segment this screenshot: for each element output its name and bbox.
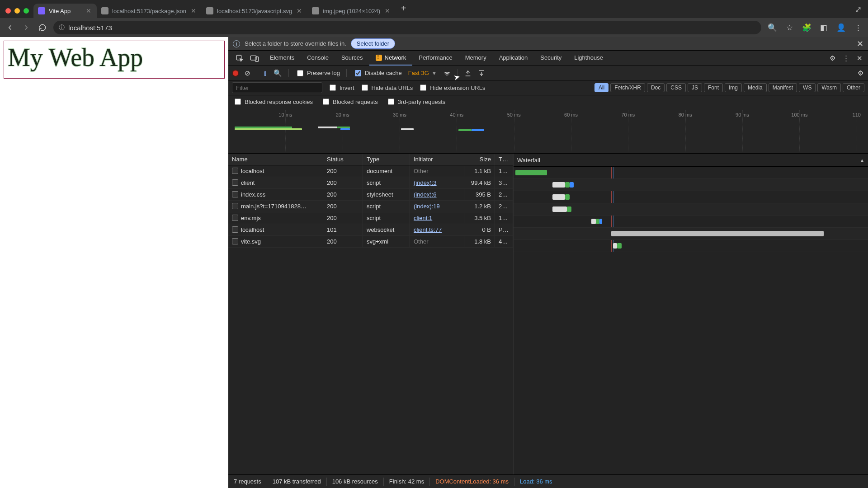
import-har-icon[interactable] <box>464 70 472 77</box>
panel-tab-sources[interactable]: Sources <box>335 51 369 66</box>
network-overview[interactable]: 10 ms20 ms30 ms40 ms50 ms60 ms70 ms80 ms… <box>228 110 868 154</box>
waterfall-row[interactable] <box>514 240 868 252</box>
filter-chip-doc[interactable]: Doc <box>647 83 665 92</box>
panel-tab-console[interactable]: Console <box>301 51 335 66</box>
table-row[interactable]: index.css200stylesheet(index):6395 B2… <box>228 189 513 201</box>
waterfall-row[interactable] <box>514 167 868 179</box>
filter-toggle-icon[interactable]: ⫿ <box>264 69 267 77</box>
hide-data-urls-checkbox[interactable]: Hide data URLs <box>360 83 413 92</box>
filter-chip-css[interactable]: CSS <box>666 83 686 92</box>
blocked-cookies-checkbox[interactable]: Blocked response cookies <box>233 97 313 106</box>
disable-cache-checkbox[interactable]: Disable cache <box>353 69 402 78</box>
table-row[interactable]: client200script(index):399.4 kB3… <box>228 177 513 189</box>
panel-tab-memory[interactable]: Memory <box>459 51 493 66</box>
network-conditions-icon[interactable] <box>443 69 451 77</box>
col-type[interactable]: Type <box>363 154 410 165</box>
devtools-more-icon[interactable]: ⋮ <box>843 54 849 62</box>
new-tab-button[interactable]: + <box>396 0 412 18</box>
clear-button[interactable]: ⊘ <box>245 69 250 77</box>
panel-tab-lighthouse[interactable]: Lighthouse <box>568 51 609 66</box>
invert-checkbox[interactable]: Invert <box>328 83 354 92</box>
waterfall-row[interactable] <box>514 228 868 240</box>
filter-chip-all[interactable]: All <box>594 83 609 92</box>
col-time[interactable]: T… <box>495 154 513 165</box>
table-row[interactable]: env.mjs200scriptclient:13.5 kB1… <box>228 212 513 224</box>
blocked-requests-checkbox[interactable]: Blocked requests <box>321 97 378 106</box>
browser-tab[interactable]: localhost:5173/javascript.svg ✕ <box>202 4 307 18</box>
initiator-link[interactable]: (index):3 <box>414 179 437 186</box>
window-expand-icon[interactable]: ⤢ <box>852 5 864 18</box>
col-name[interactable]: Name <box>228 154 323 165</box>
initiator-link[interactable]: client:1 <box>414 215 432 221</box>
throttling-select[interactable]: Fast 3G ▼ <box>408 70 437 76</box>
filter-chip-font[interactable]: Font <box>704 83 723 92</box>
filter-chip-media[interactable]: Media <box>744 83 767 92</box>
col-status[interactable]: Status <box>323 154 363 165</box>
extensions-icon[interactable]: 🧩 <box>801 22 812 33</box>
devtools-settings-icon[interactable]: ⚙ <box>830 54 835 62</box>
panel-tab-network[interactable]: Network <box>369 51 413 66</box>
tab-title: Vite App <box>49 8 71 14</box>
select-folder-button[interactable]: Select folder <box>351 38 395 49</box>
browser-tab[interactable]: Vite App ✕ <box>33 4 97 18</box>
filter-input[interactable] <box>232 82 322 93</box>
table-row[interactable]: vite.svg200svg+xmlOther1.8 kB4… <box>228 236 513 248</box>
filter-chip-other[interactable]: Other <box>843 83 864 92</box>
panel-tab-security[interactable]: Security <box>534 51 568 66</box>
device-toolbar-icon[interactable] <box>250 55 259 62</box>
panel-tab-application[interactable]: Application <box>493 51 534 66</box>
tab-close-icon[interactable]: ✕ <box>85 7 92 14</box>
devtools-close-icon[interactable]: ✕ <box>857 54 863 62</box>
browser-tab[interactable]: img.jpeg (1024×1024) ✕ <box>307 4 396 18</box>
site-info-icon[interactable]: ⓘ <box>59 23 65 32</box>
col-size[interactable]: Size <box>464 154 495 165</box>
hide-extension-urls-checkbox[interactable]: Hide extension URLs <box>418 83 485 92</box>
filter-chip-ws[interactable]: WS <box>799 83 816 92</box>
tab-close-icon[interactable]: ✕ <box>384 7 391 14</box>
search-icon[interactable]: 🔍 <box>274 69 282 77</box>
profile-icon[interactable]: 👤 <box>835 22 846 33</box>
address-bar[interactable]: ⓘ localhost:5173 <box>53 21 761 34</box>
filter-chip-img[interactable]: Img <box>725 83 742 92</box>
tab-close-icon[interactable]: ✕ <box>296 7 303 14</box>
preserve-log-checkbox[interactable]: Preserve log <box>295 69 340 78</box>
side-panel-icon[interactable]: ◧ <box>818 22 829 33</box>
browser-tab[interactable]: localhost:5173/package.json ✕ <box>97 4 202 18</box>
waterfall-row[interactable] <box>514 179 868 191</box>
panel-tab-elements[interactable]: Elements <box>264 51 301 66</box>
table-row[interactable]: localhost200documentOther1.1 kB1… <box>228 165 513 177</box>
reload-button[interactable] <box>37 22 48 33</box>
zoom-icon[interactable]: 🔍 <box>767 22 778 33</box>
filter-chip-manifest[interactable]: Manifest <box>769 83 797 92</box>
col-waterfall[interactable]: Waterfall ▲ <box>514 154 868 167</box>
status-dcl: DOMContentLoaded: 36 ms <box>435 478 509 485</box>
forward-button[interactable] <box>21 22 32 33</box>
menu-icon[interactable]: ⋮ <box>853 22 863 33</box>
col-initiator[interactable]: Initiator <box>410 154 464 165</box>
window-minimize-icon[interactable] <box>14 8 20 14</box>
waterfall-row[interactable] <box>514 191 868 203</box>
infobar-close-icon[interactable]: ✕ <box>857 39 863 49</box>
panel-tab-performance[interactable]: Performance <box>412 51 458 66</box>
table-row[interactable]: main.js?t=1710941828…200script(index):19… <box>228 201 513 212</box>
table-header[interactable]: Name Status Type Initiator Size T… <box>228 154 513 165</box>
waterfall-row[interactable] <box>514 216 868 228</box>
initiator-link[interactable]: (index):19 <box>414 203 440 210</box>
back-button[interactable] <box>5 22 15 33</box>
export-har-icon[interactable] <box>478 70 485 77</box>
table-row[interactable]: localhost101websocketclient.ts:770 BP… <box>228 224 513 236</box>
inspect-element-icon[interactable] <box>236 54 244 62</box>
initiator-link[interactable]: (index):6 <box>414 191 437 198</box>
record-button[interactable] <box>233 70 238 76</box>
network-settings-icon[interactable]: ⚙ <box>858 69 863 77</box>
third-party-checkbox[interactable]: 3rd-party requests <box>386 97 446 106</box>
initiator-link[interactable]: client.ts:77 <box>414 226 442 233</box>
filter-chip-fetch-xhr[interactable]: Fetch/XHR <box>610 83 645 92</box>
tab-close-icon[interactable]: ✕ <box>190 7 197 14</box>
waterfall-row[interactable] <box>514 203 868 216</box>
bookmark-icon[interactable]: ☆ <box>784 22 795 33</box>
filter-chip-js[interactable]: JS <box>688 83 702 92</box>
window-close-icon[interactable] <box>5 8 11 14</box>
filter-chip-wasm[interactable]: Wasm <box>817 83 841 92</box>
window-zoom-icon[interactable] <box>24 8 29 14</box>
